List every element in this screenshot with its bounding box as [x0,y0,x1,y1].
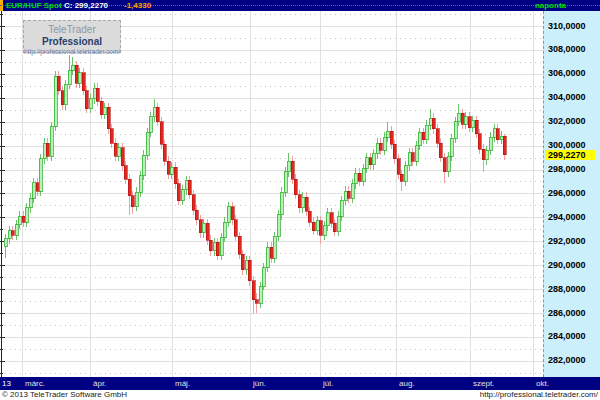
candle[interactable] [114,138,117,161]
candle[interactable] [248,256,251,286]
candle[interactable] [464,112,467,129]
candle[interactable] [241,250,244,275]
candle[interactable] [393,140,396,164]
candle[interactable] [323,221,326,240]
price-axis[interactable]: 299,2270 310,0000308,0000306,0000304,000… [543,11,600,377]
candle[interactable] [326,208,329,231]
candle[interactable] [316,216,319,235]
candle[interactable] [422,128,425,145]
candle[interactable] [439,138,442,162]
candle[interactable] [15,220,18,240]
candle[interactable] [163,140,166,166]
candle[interactable] [209,235,212,255]
candle[interactable] [383,132,386,155]
candle[interactable] [400,170,403,192]
candle[interactable] [362,164,365,187]
candle[interactable] [43,138,46,163]
candle[interactable] [131,191,134,214]
candle[interactable] [71,57,74,75]
candle[interactable] [142,150,145,180]
candle[interactable] [238,232,241,260]
candle[interactable] [429,109,432,131]
candle[interactable] [231,202,234,225]
candle[interactable] [390,126,393,149]
candle[interactable] [188,176,191,200]
candle[interactable] [50,122,53,161]
candle[interactable] [220,233,223,261]
candle[interactable] [425,120,428,144]
candle[interactable] [461,109,464,129]
candle[interactable] [436,124,439,148]
candle[interactable] [149,112,152,137]
candle[interactable] [121,143,124,171]
candle[interactable] [454,117,457,143]
candle[interactable] [107,103,110,134]
candle[interactable] [344,186,347,205]
candle[interactable] [227,202,230,227]
candle[interactable] [411,148,414,166]
candle[interactable] [82,68,85,96]
candle[interactable] [103,103,106,120]
candle[interactable] [153,99,156,122]
candle[interactable] [167,156,170,179]
candle[interactable] [199,215,202,238]
candle[interactable] [177,179,180,205]
candle[interactable] [376,138,379,158]
candle[interactable] [61,86,64,110]
candle[interactable] [146,128,149,160]
candle[interactable] [450,134,453,162]
candle[interactable] [457,104,460,127]
candle[interactable] [397,154,400,179]
candle[interactable] [29,193,32,212]
candle[interactable] [284,167,287,197]
candle[interactable] [432,113,435,133]
candle[interactable] [128,174,131,215]
candle[interactable] [273,232,276,263]
candle[interactable] [489,132,492,155]
candle[interactable] [447,152,450,177]
candle[interactable] [195,205,198,224]
candle[interactable] [386,122,389,142]
candle[interactable] [135,187,138,211]
candle[interactable] [496,124,499,144]
candle[interactable] [369,153,372,170]
candle[interactable] [478,129,481,154]
candle[interactable] [39,154,42,196]
candle[interactable] [202,219,205,238]
candle[interactable] [57,71,60,95]
candle[interactable] [185,176,188,195]
candle[interactable] [475,116,478,139]
time-axis[interactable]: 13 márc.ápr.máj.jún.júl.aug.szept.okt. [0,377,600,390]
candle[interactable] [96,83,99,106]
candle[interactable] [68,55,71,90]
candle[interactable] [270,242,273,262]
candle[interactable] [234,215,237,241]
candle[interactable] [415,141,418,166]
candle[interactable] [89,94,92,113]
candle[interactable] [333,219,336,237]
candle[interactable] [110,124,113,148]
candle[interactable] [312,217,315,235]
candle[interactable] [174,162,177,188]
candle[interactable] [181,185,184,205]
candle[interactable] [443,153,446,183]
candle[interactable] [351,179,354,203]
candle[interactable] [287,153,290,177]
candle[interactable] [319,216,322,244]
candle[interactable] [259,282,262,308]
candle[interactable] [18,211,21,229]
candle[interactable] [330,208,333,228]
candle[interactable] [4,234,7,258]
candle[interactable] [32,178,35,203]
candle[interactable] [11,226,14,240]
candle[interactable] [266,242,269,272]
candle[interactable] [277,210,280,241]
candle[interactable] [358,168,361,186]
candle[interactable] [54,71,57,131]
interval-label[interactable]: naponta [535,0,566,11]
candles[interactable] [4,55,506,315]
candle[interactable] [503,134,506,160]
candle[interactable] [223,217,226,242]
candle[interactable] [78,68,81,88]
candle[interactable] [64,80,67,110]
